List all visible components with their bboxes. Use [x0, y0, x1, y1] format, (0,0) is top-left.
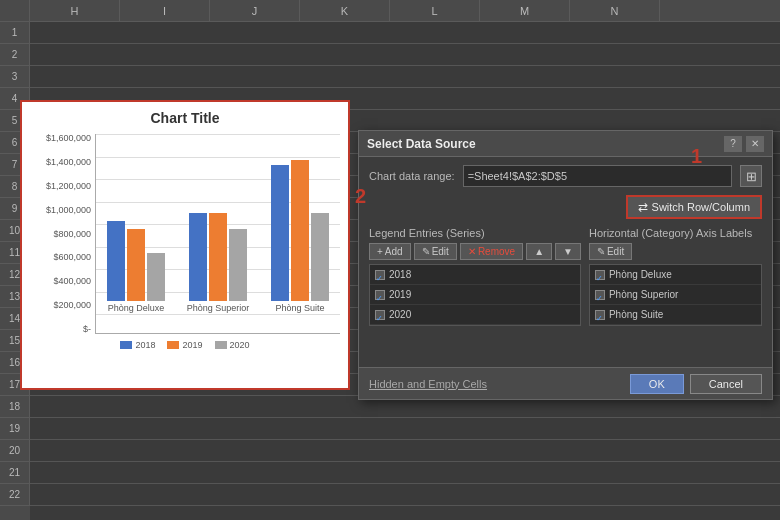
chart-panel: Chart Title $1,600,000 $1,400,000 $1,200… — [20, 100, 350, 390]
chart-title: Chart Title — [30, 110, 340, 126]
series-up-button[interactable]: ▲ — [526, 243, 552, 260]
col-h: H — [30, 0, 120, 21]
series-item-2020[interactable]: 2020 — [370, 305, 580, 325]
series-check-2019[interactable] — [375, 290, 385, 300]
bar-group-suite: Phòng Suite — [271, 160, 329, 313]
annotation-2: 2 — [355, 185, 366, 208]
switch-row-col-label: Switch Row/Column — [652, 201, 750, 213]
switch-icon: ⇄ — [638, 200, 648, 214]
bar-2020-superior — [229, 229, 247, 301]
legend-color-2019 — [167, 341, 179, 349]
legend-label-2020: 2020 — [230, 340, 250, 350]
series-down-button[interactable]: ▼ — [555, 243, 581, 260]
bar-2019-suite — [291, 160, 309, 301]
select-data-source-dialog: Select Data Source ? ✕ Chart data range:… — [358, 130, 773, 400]
dialog-footer: Hidden and Empty Cells OK Cancel — [359, 367, 772, 399]
dialog-close-button[interactable]: ✕ — [746, 136, 764, 152]
dialog-help-button[interactable]: ? — [724, 136, 742, 152]
legend-2018: 2018 — [120, 340, 155, 350]
y-label-3: $1,000,000 — [46, 206, 91, 215]
series-check-2018[interactable] — [375, 270, 385, 280]
y-label-7: $200,000 — [53, 301, 91, 310]
corner-cell — [0, 0, 30, 21]
bar-2020-deluxe — [147, 253, 165, 301]
y-label-5: $600,000 — [53, 253, 91, 262]
bar-group-inner-3 — [271, 160, 329, 301]
edit-axis-icon: ✎ — [597, 246, 605, 257]
series-text-2020: 2020 — [389, 309, 411, 320]
hidden-empty-cells-link[interactable]: Hidden and Empty Cells — [369, 378, 487, 390]
y-label-0: $1,600,000 — [46, 134, 91, 143]
chart-data-range-label: Chart data range: — [369, 170, 455, 182]
dialog-title: Select Data Source — [367, 137, 476, 151]
dialog-controls[interactable]: ? ✕ — [724, 136, 764, 152]
bar-2020-suite — [311, 213, 329, 301]
bar-2018-deluxe — [107, 221, 125, 301]
cancel-button[interactable]: Cancel — [690, 374, 762, 394]
legend-entries-toolbar[interactable]: + Add ✎ Edit ✕ Remove ▲ ▼ — [369, 243, 581, 260]
axis-labels-header: Horizontal (Category) Axis Labels — [589, 227, 762, 239]
axis-text-deluxe: Phòng Deluxe — [609, 269, 672, 280]
axis-item-superior[interactable]: Phòng Superior — [590, 285, 761, 305]
footer-buttons[interactable]: OK Cancel — [630, 374, 762, 394]
add-icon: + — [377, 246, 383, 257]
dialog-titlebar: Select Data Source ? ✕ — [359, 131, 772, 157]
chart-legend: 2018 2019 2020 — [30, 340, 340, 350]
y-label-4: $800,000 — [53, 230, 91, 239]
dialog-body: Chart data range: ⊞ ⇄ Switch Row/Column … — [359, 157, 772, 334]
y-label-6: $400,000 — [53, 277, 91, 286]
legend-2019: 2019 — [167, 340, 202, 350]
axis-check-deluxe[interactable] — [595, 270, 605, 280]
annotation-1: 1 — [691, 145, 702, 168]
axis-item-deluxe[interactable]: Phòng Deluxe — [590, 265, 761, 285]
chart-data-range-row: Chart data range: ⊞ — [369, 165, 762, 187]
bar-group-inner-2 — [189, 213, 247, 301]
edit-axis-button[interactable]: ✎ Edit — [589, 243, 632, 260]
axis-check-suite[interactable] — [595, 310, 605, 320]
series-text-2019: 2019 — [389, 289, 411, 300]
add-series-button[interactable]: + Add — [369, 243, 411, 260]
chart-data-range-input[interactable] — [463, 165, 732, 187]
x-label-suite: Phòng Suite — [276, 303, 325, 313]
axis-check-superior[interactable] — [595, 290, 605, 300]
edit-icon: ✎ — [422, 246, 430, 257]
col-l: L — [390, 0, 480, 21]
y-label-1: $1,400,000 — [46, 158, 91, 167]
ok-button[interactable]: OK — [630, 374, 684, 394]
y-axis: $1,600,000 $1,400,000 $1,200,000 $1,000,… — [30, 134, 95, 334]
two-column-area: Legend Entries (Series) + Add ✎ Edit ✕ R… — [369, 227, 762, 326]
bars-area: Phòng Deluxe Phòng Superior Phòng Suit — [95, 134, 340, 334]
legend-label-2018: 2018 — [135, 340, 155, 350]
switch-row-col-button[interactable]: ⇄ Switch Row/Column — [626, 195, 762, 219]
axis-text-superior: Phòng Superior — [609, 289, 679, 300]
y-label-8: $- — [83, 325, 91, 334]
bar-2019-deluxe — [127, 229, 145, 301]
legend-color-2018 — [120, 341, 132, 349]
axis-labels-toolbar[interactable]: ✎ Edit — [589, 243, 762, 260]
bar-2019-superior — [209, 213, 227, 301]
col-j: J — [210, 0, 300, 21]
bar-group-inner — [107, 221, 165, 301]
series-check-2020[interactable] — [375, 310, 385, 320]
legend-color-2020 — [215, 341, 227, 349]
bar-group-superior: Phòng Superior — [187, 213, 250, 313]
remove-series-button[interactable]: ✕ Remove — [460, 243, 523, 260]
axis-item-suite[interactable]: Phòng Suite — [590, 305, 761, 325]
series-list: 2018 2019 2020 — [369, 264, 581, 326]
edit-series-button[interactable]: ✎ Edit — [414, 243, 457, 260]
legend-2020: 2020 — [215, 340, 250, 350]
col-k: K — [300, 0, 390, 21]
col-i: I — [120, 0, 210, 21]
axis-labels-section: Horizontal (Category) Axis Labels ✎ Edit… — [589, 227, 762, 326]
series-item-2019[interactable]: 2019 — [370, 285, 580, 305]
chart-data-range-picker-button[interactable]: ⊞ — [740, 165, 762, 187]
x-label-superior: Phòng Superior — [187, 303, 250, 313]
bar-2018-superior — [189, 213, 207, 301]
legend-entries-header: Legend Entries (Series) — [369, 227, 581, 239]
remove-icon: ✕ — [468, 246, 476, 257]
column-headers: H I J K L M N — [0, 0, 780, 22]
chart-area: $1,600,000 $1,400,000 $1,200,000 $1,000,… — [30, 134, 340, 334]
col-n: N — [570, 0, 660, 21]
y-label-2: $1,200,000 — [46, 182, 91, 191]
series-item-2018[interactable]: 2018 — [370, 265, 580, 285]
